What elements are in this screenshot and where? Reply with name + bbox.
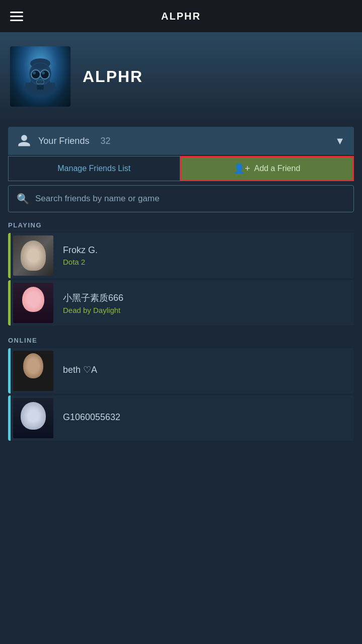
friend-game-frokz: Dota 2 xyxy=(63,258,347,266)
status-online-indicator-2 xyxy=(8,395,11,441)
add-friend-button[interactable]: 👤+ Add a Friend xyxy=(180,156,354,181)
friend-avatar-xiaohei xyxy=(13,283,53,323)
friend-name-g106: G1060055632 xyxy=(63,412,347,423)
friend-avatar-g106 xyxy=(13,398,53,438)
action-buttons: Manage Friends List 👤+ Add a Friend xyxy=(8,156,354,181)
add-friend-icon: 👤+ xyxy=(234,163,250,174)
friend-name-beth: beth ♡A xyxy=(63,364,347,375)
svg-rect-11 xyxy=(49,83,55,93)
hamburger-menu-icon[interactable] xyxy=(10,12,23,21)
avatar-frokz-image xyxy=(13,235,53,276)
status-playing-indicator-2 xyxy=(8,280,11,326)
friend-info-g106: G1060055632 xyxy=(56,407,354,430)
status-online-indicator xyxy=(8,348,11,393)
friend-item-beth[interactable]: beth ♡A xyxy=(8,348,354,393)
svg-rect-6 xyxy=(37,80,44,84)
friend-item-g106[interactable]: G1060055632 xyxy=(8,395,354,441)
svg-point-9 xyxy=(30,58,50,68)
friend-name-xiaohei: 小黑子素质666 xyxy=(63,292,347,304)
friends-count: 32 xyxy=(100,136,110,146)
friend-item-frokz[interactable]: Frokz G. Dota 2 xyxy=(8,233,354,278)
playing-section-label: PLAYING xyxy=(8,212,354,233)
search-input[interactable] xyxy=(35,194,345,204)
profile-section: ALPHR xyxy=(0,32,362,123)
friend-name-frokz: Frokz G. xyxy=(63,245,347,256)
svg-point-3 xyxy=(40,70,49,79)
friend-item-xiaohei[interactable]: 小黑子素质666 Dead by Daylight xyxy=(8,280,354,326)
avatar-beth-image xyxy=(13,351,53,391)
svg-rect-10 xyxy=(25,83,31,93)
avatar-xiaohei-image xyxy=(13,283,53,323)
status-playing-indicator xyxy=(8,233,11,278)
avatar-svg xyxy=(23,56,58,97)
friend-avatar-frokz xyxy=(13,235,53,276)
svg-point-2 xyxy=(31,70,40,79)
friends-header[interactable]: Your Friends 32 ▼ xyxy=(8,127,354,155)
person-icon xyxy=(17,134,31,148)
friend-game-xiaohei: Dead by Daylight xyxy=(63,306,347,314)
app-title: ALPHR xyxy=(161,11,201,22)
top-bar: ALPHR xyxy=(0,0,362,32)
friend-info-frokz: Frokz G. Dota 2 xyxy=(56,240,354,271)
avatar-g106-image xyxy=(13,398,53,438)
your-friends-label: Your Friends xyxy=(38,136,89,146)
friend-info-beth: beth ♡A xyxy=(56,359,354,382)
avatar-image xyxy=(10,46,70,107)
friend-info-xiaohei: 小黑子素质666 Dead by Daylight xyxy=(56,287,354,319)
manage-friends-button[interactable]: Manage Friends List xyxy=(8,156,180,181)
chevron-down-icon[interactable]: ▼ xyxy=(335,135,345,147)
profile-name: ALPHR xyxy=(83,67,143,86)
svg-point-4 xyxy=(33,71,36,74)
friends-container: Your Friends 32 ▼ Manage Friends List 👤+… xyxy=(0,127,362,441)
search-bar: 🔍 xyxy=(8,185,354,212)
friend-avatar-beth xyxy=(13,351,53,391)
online-section-label: ONLINE xyxy=(8,328,354,348)
profile-avatar[interactable] xyxy=(10,46,70,107)
search-icon: 🔍 xyxy=(17,193,29,205)
svg-point-5 xyxy=(42,71,45,74)
friends-header-left: Your Friends 32 xyxy=(17,134,328,148)
add-friend-label: Add a Friend xyxy=(254,164,301,173)
